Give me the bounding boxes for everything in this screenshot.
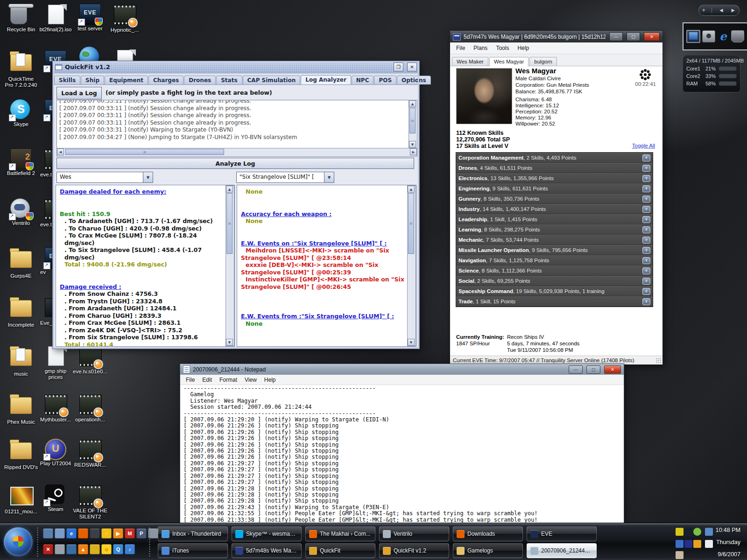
close-button[interactable]: ✕	[604, 365, 621, 374]
skill-group-row[interactable]: Navigation , 7 Skills, 1,125,758 Points …	[456, 255, 653, 266]
show-desktop-icon[interactable]	[43, 528, 53, 539]
collapse-chevron-icon[interactable]: ∨	[642, 247, 650, 254]
taskbar-grip[interactable]	[148, 527, 151, 557]
taskbar-window-button[interactable]: QuickFit	[305, 543, 375, 558]
desktop-icon-steam[interactable]: Steam	[38, 484, 73, 512]
taskbar-window-button[interactable]: Gamelogs	[453, 543, 523, 558]
desktop-icon-skype[interactable]: Skype	[4, 99, 38, 127]
quickfit-titlebar[interactable]: QuickFit v1.2 ❐ ✕	[53, 61, 419, 73]
analyze-log-button[interactable]: Analyze Log	[56, 158, 414, 169]
skill-group-row[interactable]: Gunnery , 8 Skills, 350,736 Points ∨	[456, 194, 653, 204]
desktop-icon-recycle-bin[interactable]: Recycle Bin	[4, 4, 38, 33]
vlc-icon[interactable]: ▲	[78, 544, 88, 554]
scroll-down-icon[interactable]: ▼	[408, 339, 415, 346]
quickfit-tab[interactable]: NPC	[352, 76, 374, 84]
taskbar-window-button[interactable]: Inbox - Thunderbird	[158, 526, 228, 541]
collapse-chevron-icon[interactable]: ∨	[642, 196, 650, 203]
taskbar-window-button[interactable]: QuickFit v1.2	[379, 543, 449, 558]
menu-item[interactable]: View	[241, 376, 261, 384]
volume-icon[interactable]	[705, 540, 713, 548]
skill-group-row[interactable]: Learning , 8 Skills, 298,275 Points ∨	[456, 224, 653, 235]
notepad-titlebar[interactable]: 20070906_212444 - Notepad — ▢ ✕	[180, 364, 624, 375]
pandora-icon[interactable]: P	[136, 528, 147, 539]
media-player-icon[interactable]	[90, 528, 100, 539]
scroll-up-icon[interactable]: ▲	[409, 100, 416, 107]
taskbar-window-button[interactable]: 5d7m48s Wes Magy...	[232, 543, 302, 558]
taskbar-window-button[interactable]: The Makhai › Com...	[305, 526, 375, 541]
scroll-down-icon[interactable]: ▼	[226, 339, 233, 346]
chevron-down-icon[interactable]: ▼	[324, 172, 334, 182]
quickfit-tab[interactable]: Equipment	[105, 76, 148, 84]
taskbar-window-button[interactable]: Ventrilo	[379, 526, 449, 541]
desktop-icon-01211-mou[interactable]: 01211_mou...	[4, 484, 38, 515]
menu-item[interactable]: Format	[216, 376, 241, 384]
minimize-button[interactable]: —	[569, 365, 583, 374]
close-button[interactable]: ✕	[407, 63, 417, 71]
quickfit-tab[interactable]: Log Analyzer	[301, 75, 351, 84]
quickfit-tab[interactable]: POS	[374, 76, 396, 84]
miranda-icon[interactable]: M	[125, 528, 135, 539]
desktop-icon-evetv-episode[interactable]: eve.tv.s01e0...	[73, 345, 107, 375]
collapse-chevron-icon[interactable]: ∨	[642, 226, 650, 233]
character-tab[interactable]: Wes Maker	[452, 57, 488, 66]
skill-group-row[interactable]: Corporation Management , 2 Skills, 4,493…	[456, 153, 653, 163]
skill-group-row[interactable]: Missile Launcher Operation , 9 Skills, 7…	[456, 245, 653, 255]
prev-icon[interactable]: ◄	[719, 7, 724, 14]
collapse-chevron-icon[interactable]: ∨	[642, 298, 650, 305]
character-tab[interactable]: bulgorn	[529, 57, 557, 66]
skill-group-row[interactable]: Leadership , 1 Skill, 1,415 Points ∨	[456, 214, 653, 224]
scroll-down-icon[interactable]: ▼	[409, 141, 416, 148]
fight-log-textarea[interactable]: [ 2007.09.07 00:33:11 ] (notify) Session…	[56, 100, 414, 148]
update-ok-icon[interactable]	[693, 528, 701, 536]
quickfit-tab[interactable]: CAP Simulation	[243, 76, 301, 84]
skill-group-row[interactable]: Spaceship Command , 19 Skills, 5,029,938…	[456, 286, 653, 296]
collapse-chevron-icon[interactable]: ∨	[642, 288, 650, 295]
taskbar-window-button[interactable]: Skype™ - wesmagyar	[232, 526, 302, 541]
ball-icon[interactable]	[90, 544, 100, 554]
desktop-icon-hypnotic-video[interactable]: Hypnotic_...	[107, 4, 142, 33]
taskbar-window-button[interactable]: EVE	[527, 526, 597, 541]
log-vertical-scrollbar[interactable]: ▲ ▼	[409, 100, 417, 148]
restore-button[interactable]: ❐	[394, 63, 403, 71]
desktop-icon-vale-of-the-silent2[interactable]: VALE OF THE SILENT2	[73, 484, 107, 520]
start-button[interactable]	[4, 527, 33, 556]
gadget-nav-pill[interactable]: +◄►	[698, 5, 740, 16]
scroll-up-icon[interactable]: ▲	[226, 186, 233, 193]
skill-group-row[interactable]: Trade , 1 Skill, 15 Points ∨	[456, 296, 653, 307]
wireless-icon[interactable]	[684, 540, 692, 548]
character-tab[interactable]: Wes Magyar	[489, 57, 529, 66]
desktop-icon-phex-music[interactable]: Phex Music	[4, 393, 38, 425]
taskbar-window-button[interactable]: iTunes	[158, 543, 228, 558]
collapse-chevron-icon[interactable]: ∨	[642, 165, 650, 172]
menu-item[interactable]: File	[182, 376, 198, 384]
quickfit-tab[interactable]: Skills	[54, 76, 80, 84]
menu-item[interactable]: Plans	[469, 43, 492, 53]
menu-item[interactable]: File	[452, 43, 469, 53]
scroll-left-icon[interactable]: ◀	[57, 148, 64, 155]
desktop-icon-quicktime-folder[interactable]: QuickTime Pro 7.2.0.240	[4, 50, 38, 88]
taskbar-window-button[interactable]: 20070906_212444 - ...	[527, 543, 597, 558]
resize-grip[interactable]	[656, 358, 662, 364]
collapse-chevron-icon[interactable]: ∨	[642, 216, 650, 223]
desktop-icon-gurps4e[interactable]: Gurps4E	[4, 247, 38, 279]
desktop-icon-incomplete[interactable]: Incomplete	[4, 296, 38, 328]
steam-tray-icon[interactable]	[684, 528, 692, 536]
collapse-chevron-icon[interactable]: ∨	[642, 237, 650, 244]
add-gadget-icon[interactable]: +	[702, 7, 705, 14]
desktop-icon-gmp-ship-prices[interactable]: gmp ship prices	[38, 345, 73, 380]
collapse-chevron-icon[interactable]: ∨	[642, 185, 650, 192]
notepad-text-area[interactable]: ----------------------------------------…	[181, 385, 623, 523]
collapse-chevron-icon[interactable]: ∨	[642, 257, 650, 264]
skill-group-row[interactable]: Science , 8 Skills, 1,112,366 Points ∨	[456, 266, 653, 276]
app-tray-icon[interactable]	[676, 540, 684, 548]
desktop-icon-music[interactable]: music	[4, 345, 38, 377]
scroll-right-icon[interactable]: ▶	[410, 148, 417, 155]
ew-panel[interactable]: None Accuracy for each weapon : None E.W…	[237, 185, 416, 347]
quickfit-tab[interactable]: Drones	[184, 76, 216, 84]
target-select[interactable]: "Six Strangelove [SLUM]" [▼	[236, 172, 334, 183]
desktop-icon-operationh[interactable]: operationh...	[73, 393, 107, 423]
desktop-icon-mythbuster[interactable]: Mythbuster...	[38, 393, 73, 423]
skill-group-row[interactable]: Drones , 4 Skills, 61,511 Points ∨	[456, 163, 653, 173]
media-player-icon[interactable]	[702, 30, 715, 42]
menu-item[interactable]: Edit	[198, 376, 216, 384]
